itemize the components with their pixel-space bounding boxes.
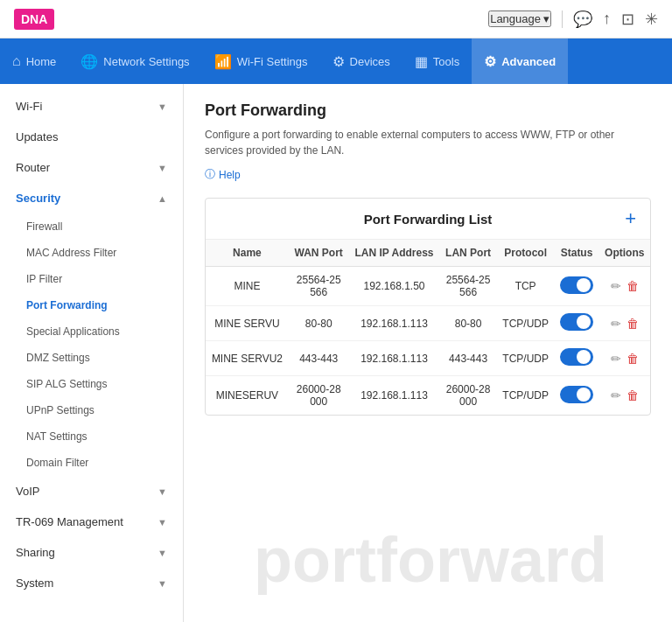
upload-icon[interactable]: ↑ [603, 10, 611, 28]
table-row: MINESERUV 26000-28000 192.168.1.113 2600… [206, 376, 650, 416]
cell-status[interactable] [555, 376, 599, 416]
nav-item-network-label: Network Settings [103, 55, 189, 68]
col-wan-port: WAN Port [289, 240, 349, 267]
cell-protocol: TCP [497, 267, 555, 306]
top-bar: DNA Language ▾ 💬 ↑ ⊡ ✳ [0, 0, 672, 38]
chevron-down-icon-tr069: ▼ [158, 517, 167, 528]
nav-item-devices-label: Devices [350, 55, 390, 68]
nav-item-home[interactable]: ⌂ Home [0, 38, 68, 84]
sidebar-item-updates[interactable]: Updates [0, 122, 183, 152]
col-lan-ip: LAN IP Address [349, 240, 440, 267]
sidebar-item-system[interactable]: System ▼ [0, 568, 183, 598]
top-bar-separator [562, 10, 563, 28]
chevron-up-icon: ▲ [158, 193, 167, 204]
edit-icon[interactable]: ✏ [611, 279, 621, 293]
status-toggle[interactable] [560, 348, 593, 366]
page-title: Port Forwarding [205, 101, 651, 120]
sidebar-subitem-mac-address-filter[interactable]: MAC Address Filter [0, 240, 183, 266]
delete-icon[interactable]: 🗑 [626, 317, 639, 331]
sidebar-subitem-nat-settings[interactable]: NAT Settings [0, 423, 183, 450]
cell-status[interactable] [555, 306, 599, 341]
sidebar-subitem-ip-filter[interactable]: IP Filter [0, 266, 183, 292]
sidebar-subitem-domain-filter[interactable]: Domain Filter [0, 450, 183, 476]
table-row: MINE SERVU2 443-443 192.168.1.113 443-44… [206, 341, 650, 376]
nav-item-wifi-settings[interactable]: 📶 Wi-Fi Settings [202, 38, 320, 84]
sidebar-wifi-label: Wi-Fi [16, 100, 42, 113]
sidebar-subitem-special-applications[interactable]: Special Applications [0, 318, 183, 345]
cell-name: MINE [206, 267, 289, 306]
help-circle-icon: ⓘ [205, 167, 215, 182]
sidebar-router-label: Router [16, 161, 50, 174]
cell-name: MINE SERVU2 [206, 341, 289, 376]
chevron-down-icon-system: ▼ [158, 578, 167, 589]
help-link[interactable]: ⓘ Help [205, 167, 241, 182]
cell-status[interactable] [555, 341, 599, 376]
cell-protocol: TCP/UDP [497, 306, 555, 341]
delete-icon[interactable]: 🗑 [626, 279, 639, 293]
cell-lan-port: 25564-25566 [439, 267, 496, 306]
card-title: Port Forwarding List [359, 212, 498, 227]
cell-lan-ip: 192.168.1.50 [349, 267, 440, 306]
sidebar-item-sharing[interactable]: Sharing ▼ [0, 537, 183, 568]
nav-item-devices[interactable]: ⚙ Devices [320, 38, 402, 84]
cell-lan-ip: 192.168.1.113 [349, 376, 440, 416]
chevron-down-icon-voip: ▼ [158, 486, 167, 497]
cell-wan-port: 80-80 [289, 306, 349, 341]
status-toggle[interactable] [560, 386, 593, 403]
col-lan-port: LAN Port [439, 240, 496, 267]
nav-item-wifi-label: Wi-Fi Settings [237, 55, 308, 68]
nav-item-advanced[interactable]: ⚙ Advanced [472, 38, 568, 84]
sidebar-item-security[interactable]: Security ▲ [0, 183, 183, 213]
dna-logo: DNA [14, 9, 54, 30]
chevron-down-icon-sharing: ▼ [158, 548, 167, 558]
delete-icon[interactable]: 🗑 [626, 388, 639, 402]
col-options: Options [599, 240, 650, 267]
sidebar: Wi-Fi ▼ Updates Router ▼ Security ▲ Fire… [0, 84, 184, 622]
status-toggle[interactable] [560, 313, 593, 331]
export-icon[interactable]: ⊡ [621, 10, 634, 29]
wifi-icon: 📶 [214, 53, 232, 70]
sidebar-security-label: Security [16, 192, 60, 205]
watermark: portforward [254, 524, 607, 596]
sidebar-item-wifi[interactable]: Wi-Fi ▼ [0, 91, 183, 122]
language-button[interactable]: Language ▾ [488, 10, 551, 27]
nav-item-network-settings[interactable]: 🌐 Network Settings [68, 38, 201, 84]
delete-icon[interactable]: 🗑 [626, 352, 639, 366]
table-row: MINE SERVU 80-80 192.168.1.113 80-80 TCP… [206, 306, 650, 341]
sidebar-item-voip[interactable]: VoIP ▼ [0, 476, 183, 507]
sidebar-item-router[interactable]: Router ▼ [0, 152, 183, 183]
cell-protocol: TCP/UDP [497, 341, 555, 376]
sidebar-tr069-label: TR-069 Management [16, 515, 123, 528]
add-rule-button[interactable]: + [625, 209, 636, 228]
sidebar-system-label: System [16, 577, 53, 590]
sidebar-subitem-port-forwarding[interactable]: Port Forwarding [0, 292, 183, 318]
table-row: MINE 25564-25566 192.168.1.50 25564-2556… [206, 267, 650, 306]
cell-status[interactable] [555, 267, 599, 306]
sidebar-subitem-upnp-settings[interactable]: UPnP Settings [0, 397, 183, 423]
advanced-icon: ⚙ [484, 53, 496, 70]
settings-spin-icon[interactable]: ✳ [645, 10, 658, 29]
nav-item-tools-label: Tools [433, 55, 459, 68]
sidebar-subitem-dmz-settings[interactable]: DMZ Settings [0, 345, 183, 371]
chat-icon[interactable]: 💬 [573, 10, 592, 29]
cell-lan-port: 80-80 [439, 306, 496, 341]
sidebar-subitem-sip-alg-settings[interactable]: SIP ALG Settings [0, 371, 183, 397]
edit-icon[interactable]: ✏ [611, 352, 621, 366]
content-area: Port Forwarding Configure a port forward… [184, 84, 672, 622]
cell-wan-port: 26000-28000 [289, 376, 349, 416]
chevron-down-icon: ▼ [158, 101, 167, 112]
edit-icon[interactable]: ✏ [611, 317, 621, 331]
cell-options: ✏ 🗑 [599, 341, 650, 376]
edit-icon[interactable]: ✏ [611, 388, 621, 402]
cell-options: ✏ 🗑 [599, 267, 650, 306]
sidebar-subitem-firewall[interactable]: Firewall [0, 213, 183, 240]
cell-lan-port: 443-443 [439, 341, 496, 376]
col-status: Status [555, 240, 599, 267]
network-icon: 🌐 [80, 53, 98, 70]
nav-item-tools[interactable]: ▦ Tools [402, 38, 472, 84]
sidebar-item-tr069[interactable]: TR-069 Management ▼ [0, 507, 183, 537]
cell-options: ✏ 🗑 [599, 306, 650, 341]
cell-options: ✏ 🗑 [599, 376, 650, 416]
card-header: Port Forwarding List + [206, 199, 650, 240]
status-toggle[interactable] [560, 276, 593, 294]
